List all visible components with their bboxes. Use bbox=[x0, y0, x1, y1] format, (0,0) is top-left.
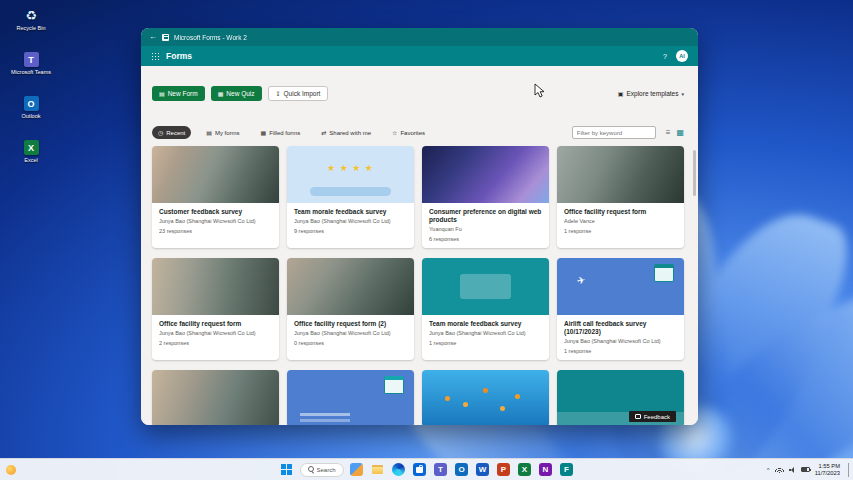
form-thumbnail bbox=[152, 370, 279, 425]
taskbar-forms[interactable]: F bbox=[559, 462, 575, 478]
tab-shared-with-me[interactable]: ⇄Shared with me bbox=[315, 126, 377, 139]
tab-icon: ☆ bbox=[392, 130, 397, 136]
form-responses: 0 responses bbox=[294, 340, 407, 346]
outlook-icon: O bbox=[455, 463, 468, 476]
taskbar-apps: TOWPXNF bbox=[349, 462, 575, 478]
word-icon: W bbox=[476, 463, 489, 476]
filter-input[interactable] bbox=[572, 126, 656, 139]
tab-recent[interactable]: ◷Recent bbox=[152, 126, 191, 139]
explore-templates-button[interactable]: ▣ Explore templates ▾ bbox=[618, 90, 684, 97]
form-thumbnail bbox=[287, 258, 414, 315]
volume-icon[interactable] bbox=[789, 467, 796, 473]
new-form-label: New Form bbox=[168, 90, 198, 97]
tab-filled-forms[interactable]: ▦Filled forms bbox=[255, 126, 307, 139]
account-avatar[interactable]: AI bbox=[676, 50, 688, 62]
taskbar-powerpoint[interactable]: P bbox=[496, 462, 512, 478]
form-thumbnail bbox=[287, 146, 414, 203]
taskbar-clock[interactable]: 1:55 PM 11/7/2023 bbox=[815, 463, 840, 477]
show-desktop-button[interactable] bbox=[848, 463, 849, 477]
taskbar-store[interactable] bbox=[412, 462, 428, 478]
scrollbar[interactable] bbox=[693, 150, 696, 196]
app-title: Forms bbox=[166, 51, 192, 61]
taskbar-onenote[interactable]: N bbox=[538, 462, 554, 478]
form-thumbnail bbox=[422, 258, 549, 315]
grid-view-icon[interactable]: ▦ bbox=[676, 128, 684, 137]
form-card[interactable]: Airlift call feedback survey (10/17/2023… bbox=[557, 258, 684, 360]
form-responses: 2 responses bbox=[159, 340, 272, 346]
feedback-button[interactable]: Feedback bbox=[629, 411, 676, 422]
form-icon: ▤ bbox=[159, 91, 165, 97]
form-responses: 1 response bbox=[564, 348, 677, 354]
tray-chevron-icon[interactable]: ^ bbox=[767, 467, 770, 473]
taskbar-edge[interactable] bbox=[391, 462, 407, 478]
desktop-icon-recycle-bin[interactable]: ♻Recycle Bin bbox=[4, 8, 58, 40]
toolbar: ▤ New Form ▦ New Quiz ↧ Quick Import ▣ E… bbox=[152, 86, 684, 101]
form-card[interactable]: Office facility request formAdele Vance1… bbox=[557, 146, 684, 248]
form-title: Office facility request form bbox=[159, 320, 272, 328]
tab-my-forms[interactable]: ▤My forms bbox=[200, 126, 245, 139]
widgets-icon bbox=[350, 463, 363, 476]
back-icon[interactable]: ← bbox=[149, 33, 157, 41]
list-view-icon[interactable]: ≡ bbox=[666, 128, 671, 137]
help-icon[interactable]: ? bbox=[663, 53, 667, 60]
taskbar-excel[interactable]: X bbox=[517, 462, 533, 478]
battery-icon[interactable] bbox=[801, 467, 810, 472]
desktop-icon-excel[interactable]: XExcel bbox=[4, 140, 58, 172]
excel-icon: X bbox=[24, 140, 39, 155]
tab-label: Shared with me bbox=[329, 130, 371, 136]
form-author: Junya Bao (Shanghai Wicresoft Co Ltd) bbox=[294, 218, 407, 224]
desktop-icon-teams[interactable]: TMicrosoft Teams bbox=[4, 52, 58, 84]
tab-label: My forms bbox=[215, 130, 240, 136]
form-card[interactable] bbox=[287, 370, 414, 425]
taskbar-teams[interactable]: T bbox=[433, 462, 449, 478]
form-card[interactable]: Office facility request formJunya Bao (S… bbox=[152, 258, 279, 360]
form-card[interactable] bbox=[422, 370, 549, 425]
taskbar-widgets[interactable] bbox=[349, 462, 365, 478]
form-card[interactable]: Customer feedback surveyJunya Bao (Shang… bbox=[152, 146, 279, 248]
new-form-button[interactable]: ▤ New Form bbox=[152, 86, 205, 101]
taskbar-word[interactable]: W bbox=[475, 462, 491, 478]
search-label: Search bbox=[316, 467, 335, 473]
windows-logo-icon bbox=[281, 464, 292, 475]
desktop-icon-label: Excel bbox=[24, 157, 37, 163]
tab-favorites[interactable]: ☆Favorites bbox=[386, 126, 431, 139]
form-card[interactable]: Team morale feedback surveyJunya Bao (Sh… bbox=[422, 258, 549, 360]
form-card[interactable]: Team morale feedback surveyJunya Bao (Sh… bbox=[287, 146, 414, 248]
form-author: Junya Bao (Shanghai Wicresoft Co Ltd) bbox=[429, 330, 542, 336]
form-author: Junya Bao (Shanghai Wicresoft Co Ltd) bbox=[159, 218, 272, 224]
window-titlebar: ← Microsoft Forms - Work 2 … × bbox=[141, 28, 698, 46]
teams-icon: T bbox=[24, 52, 39, 67]
form-title: Team morale feedback survey bbox=[429, 320, 542, 328]
form-title: Customer feedback survey bbox=[159, 208, 272, 216]
weather-widget[interactable] bbox=[6, 459, 16, 480]
app-launcher-icon[interactable] bbox=[151, 52, 159, 60]
form-author: Yuanquan Fu bbox=[429, 226, 542, 232]
start-button[interactable] bbox=[278, 462, 294, 478]
tabs: ◷Recent▤My forms▦Filled forms⇄Shared wit… bbox=[152, 126, 431, 139]
taskbar-outlook[interactable]: O bbox=[454, 462, 470, 478]
weather-icon bbox=[6, 465, 16, 475]
taskbar-search[interactable]: Search bbox=[299, 463, 343, 477]
forms-icon: F bbox=[560, 463, 573, 476]
cards-grid: Customer feedback surveyJunya Bao (Shang… bbox=[152, 146, 684, 425]
tab-icon: ◷ bbox=[158, 130, 163, 136]
tray-time: 1:55 PM bbox=[815, 463, 840, 470]
form-title: Team morale feedback survey bbox=[294, 208, 407, 216]
form-responses: 1 response bbox=[429, 340, 542, 346]
form-thumbnail bbox=[152, 146, 279, 203]
new-quiz-button[interactable]: ▦ New Quiz bbox=[211, 86, 262, 101]
form-card[interactable]: Consumer preference on digital web produ… bbox=[422, 146, 549, 248]
taskbar-file-explorer[interactable] bbox=[370, 462, 386, 478]
desktop-icon-label: Outlook bbox=[22, 113, 41, 119]
form-card[interactable]: Office facility request form (2)Junya Ba… bbox=[287, 258, 414, 360]
search-icon bbox=[307, 466, 313, 473]
chevron-down-icon: ▾ bbox=[681, 91, 684, 97]
tab-label: Filled forms bbox=[269, 130, 300, 136]
tab-icon: ▦ bbox=[261, 130, 267, 136]
quick-import-button[interactable]: ↧ Quick Import bbox=[268, 86, 329, 101]
form-author: Junya Bao (Shanghai Wicresoft Co Ltd) bbox=[294, 330, 407, 336]
wifi-icon[interactable] bbox=[775, 467, 784, 473]
form-card[interactable] bbox=[152, 370, 279, 425]
teams-icon: T bbox=[434, 463, 447, 476]
desktop-icon-outlook[interactable]: OOutlook bbox=[4, 96, 58, 128]
